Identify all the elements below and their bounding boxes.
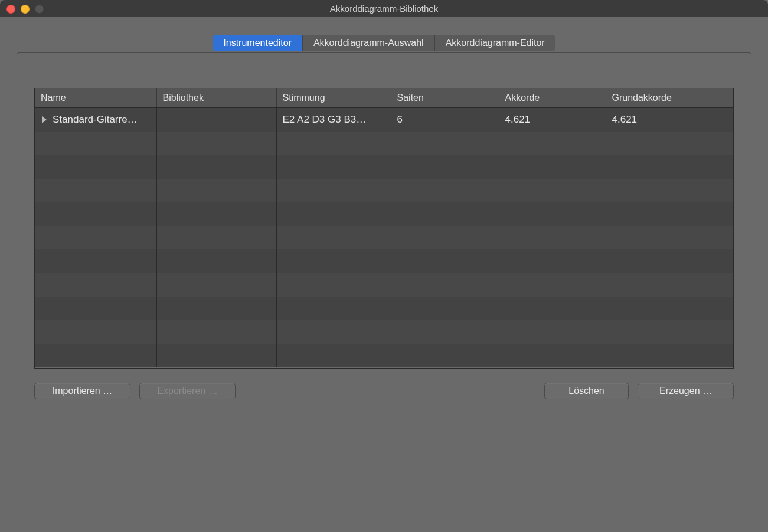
content-area: Instrumenteditor Akkorddiagramm-Auswahl … xyxy=(0,17,768,532)
column-header-rootchords[interactable]: Grundakkorde xyxy=(606,88,733,108)
tab-chord-diagram-editor[interactable]: Akkorddiagramm-Editor xyxy=(435,35,555,51)
table-row-empty xyxy=(35,249,733,273)
tab-instrument-editor[interactable]: Instrumenteditor xyxy=(213,35,303,51)
cell-name-text: Standard-Gitarre… xyxy=(53,114,138,125)
minimize-window-button[interactable] xyxy=(21,5,30,14)
cell-library[interactable] xyxy=(156,108,276,132)
chord-library-window: Akkorddiagramm-Bibliothek Instrumentedit… xyxy=(0,0,768,532)
table-row-empty xyxy=(35,320,733,344)
cell-strings[interactable]: 6 xyxy=(391,108,499,132)
column-header-library[interactable]: Bibliothek xyxy=(156,88,276,108)
window-title: Akkorddiagramm-Bibliothek xyxy=(0,4,768,14)
table-row-empty xyxy=(35,132,733,155)
tab-chord-diagram-selection[interactable]: Akkorddiagramm-Auswahl xyxy=(303,35,435,51)
column-header-name[interactable]: Name xyxy=(35,88,156,108)
table-row-empty xyxy=(35,273,733,297)
column-header-strings[interactable]: Saiten xyxy=(391,88,499,108)
column-header-tuning[interactable]: Stimmung xyxy=(276,88,391,108)
table-row-empty xyxy=(35,344,733,367)
table-row-empty xyxy=(35,297,733,320)
zoom-window-button xyxy=(35,5,44,14)
table-row-empty xyxy=(35,226,733,249)
import-button[interactable]: Importieren … xyxy=(34,383,130,399)
table-row[interactable]: Standard-Gitarre… E2 A2 D3 G3 B3… 6 4.62… xyxy=(35,108,733,132)
disclosure-triangle-icon[interactable] xyxy=(42,116,47,123)
table-row-empty xyxy=(35,179,733,202)
close-window-button[interactable] xyxy=(6,5,15,14)
instrument-table[interactable]: Name Bibliothek Stimmung Saiten Akkorde … xyxy=(34,88,734,369)
cell-name[interactable]: Standard-Gitarre… xyxy=(35,108,156,132)
cell-rootchords[interactable]: 4.621 xyxy=(606,108,733,132)
cell-chords[interactable]: 4.621 xyxy=(499,108,606,132)
table-row-empty xyxy=(35,155,733,179)
delete-button[interactable]: Löschen xyxy=(544,383,629,399)
button-row-spacer xyxy=(244,383,535,399)
cell-tuning[interactable]: E2 A2 D3 G3 B3… xyxy=(276,108,391,132)
table-header-row: Name Bibliothek Stimmung Saiten Akkorde … xyxy=(35,88,733,108)
column-header-chords[interactable]: Akkorde xyxy=(499,88,606,108)
button-row: Importieren … Exportieren … Löschen Erze… xyxy=(34,383,734,399)
traffic-lights xyxy=(6,5,44,14)
export-button: Exportieren … xyxy=(139,383,236,399)
tab-bar: Instrumenteditor Akkorddiagramm-Auswahl … xyxy=(213,35,555,51)
table-row-empty xyxy=(35,202,733,226)
titlebar[interactable]: Akkorddiagramm-Bibliothek xyxy=(0,0,768,18)
create-button[interactable]: Erzeugen … xyxy=(638,383,734,399)
